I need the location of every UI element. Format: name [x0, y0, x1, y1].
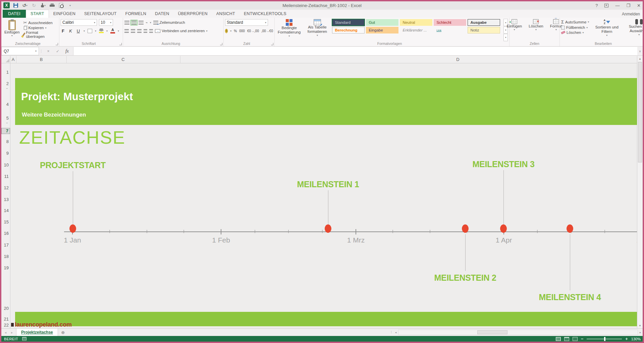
cell-style-standard[interactable]: Standard — [332, 19, 365, 26]
row-header-7[interactable]: 7 — [1, 128, 10, 134]
row-header-15[interactable]: 15 — [4, 219, 9, 225]
row-header-2[interactable]: 2 — [6, 81, 9, 86]
paste-button[interactable]: Einfügen▾ — [3, 19, 21, 39]
milestone-marker[interactable] — [69, 224, 76, 233]
zoom-slider-handle[interactable] — [604, 337, 605, 341]
macro-record-icon[interactable] — [22, 337, 26, 341]
format-as-table-button[interactable]: Als Tabelle formatieren▾ — [305, 19, 329, 41]
cell-style-gut[interactable]: Gut — [366, 19, 398, 26]
row-header-20[interactable]: 20 — [4, 306, 9, 311]
decrease-decimal-button[interactable]: ,00→€0 — [261, 29, 273, 33]
font-dialog-launcher[interactable] — [119, 43, 122, 45]
cell-style-ausgabe[interactable]: Ausgabe — [468, 19, 500, 26]
milestone-marker[interactable] — [500, 224, 507, 233]
row-header-22[interactable]: 22 — [4, 323, 9, 328]
bold-button[interactable]: F — [61, 28, 65, 33]
underline-button[interactable]: U — [76, 28, 81, 33]
scroll-left-icon[interactable]: ◂ — [393, 330, 398, 335]
row-header-9[interactable]: 9 — [6, 151, 9, 156]
formula-input[interactable] — [73, 47, 637, 55]
fill-button[interactable]: ↓Füllbereich ▾ — [561, 25, 589, 29]
borders-button[interactable] — [88, 29, 92, 33]
sheet-tab-active[interactable]: Projektzeitachse — [16, 329, 58, 336]
cancel-entry-icon[interactable]: × — [44, 47, 53, 55]
row-header-1[interactable]: 1 — [6, 70, 9, 75]
row-header-14[interactable]: 14 — [4, 208, 9, 213]
zoom-in-icon[interactable]: + — [625, 336, 628, 341]
new-sheet-icon[interactable]: ⊕ — [58, 329, 68, 336]
alignment-dialog-launcher[interactable] — [220, 43, 222, 45]
accounting-format-icon[interactable]: $ — [225, 29, 228, 33]
align-left-icon[interactable] — [124, 29, 129, 33]
page-layout-view-icon[interactable] — [564, 337, 569, 341]
copy-button[interactable]: Kopieren ▾ — [23, 26, 58, 30]
autosum-button[interactable]: ΣAutoSumme ▾ — [561, 19, 589, 24]
vertical-scroll-thumb[interactable] — [638, 62, 642, 162]
merge-center-button[interactable]: ↔Verbinden und zentrieren ▾ — [155, 29, 208, 33]
font-color-button[interactable]: A — [110, 28, 115, 33]
horizontal-scroll-thumb[interactable] — [477, 330, 507, 334]
scroll-up-icon[interactable]: ▲ — [637, 56, 643, 61]
italic-button[interactable]: K — [68, 28, 73, 33]
cell-style-berechnung[interactable]: Berechnung — [332, 27, 365, 33]
align-middle-icon[interactable] — [131, 21, 137, 24]
format-painter-button[interactable]: Format übertragen — [23, 30, 58, 39]
row-header-19[interactable]: 19 — [4, 265, 9, 271]
milestone-marker[interactable] — [325, 224, 331, 233]
tab-start[interactable]: START — [26, 10, 49, 18]
restore-button[interactable]: ❐ — [626, 3, 630, 8]
row-header-11[interactable]: 11 — [4, 174, 9, 179]
number-dialog-launcher[interactable] — [271, 43, 273, 45]
horizontal-scrollbar[interactable]: ⁞ ◂ ▸ — [390, 330, 643, 335]
close-button[interactable]: ✕ — [637, 3, 641, 8]
sort-filter-button[interactable]: AZ Sortieren und Filtern▾ — [592, 19, 621, 41]
tab-ansicht[interactable]: ANSICHT — [212, 10, 239, 18]
milestone-marker[interactable] — [567, 224, 573, 233]
sheet-canvas[interactable]: Projekt: Musterprojekt Weitere Bezeichnu… — [10, 63, 637, 328]
tab-daten[interactable]: DATEN — [151, 10, 173, 18]
col-header-A[interactable]: A — [12, 57, 15, 62]
fill-color-button[interactable] — [99, 28, 104, 33]
sign-in-link[interactable]: Anmelden — [622, 12, 640, 16]
row-headers[interactable]: 12⌣45⌣78910111213141516171819202122 — [1, 63, 10, 328]
font-size-select[interactable]: 10▾ — [99, 19, 113, 26]
sheet-nav-arrows[interactable]: ◂▸ — [1, 329, 16, 336]
align-center-icon[interactable] — [131, 29, 135, 33]
insert-cells-button[interactable]: Einfügen▾ — [505, 19, 524, 41]
row-header-21[interactable]: 21 — [4, 317, 9, 322]
cell-style-neutral[interactable]: Neutral — [400, 19, 432, 26]
row-header-13[interactable]: 13 — [4, 197, 9, 202]
scroll-down-icon[interactable]: ▼ — [637, 323, 643, 328]
milestone-marker[interactable] — [462, 224, 469, 233]
find-select-button[interactable]: Suchen und Auswählen▾ — [625, 19, 644, 41]
zoom-percent[interactable]: 130% — [631, 337, 641, 341]
row-header-5[interactable]: 5 — [6, 116, 9, 121]
decrease-indent-icon[interactable] — [144, 29, 147, 33]
select-all-corner[interactable] — [1, 56, 10, 63]
number-format-select[interactable]: Standard▾ — [225, 19, 268, 26]
increase-indent-icon[interactable] — [149, 29, 153, 33]
vertical-scrollbar[interactable]: ▲ ▼ — [637, 56, 643, 328]
percent-style-button[interactable]: % — [234, 29, 237, 33]
tab-entwicklertools[interactable]: ENTWICKLERTOOLS — [239, 10, 291, 18]
wrap-text-button[interactable]: Zeilenumbruch — [153, 20, 185, 24]
column-headers[interactable]: ABCD — [10, 56, 637, 63]
col-header-D[interactable]: D — [456, 57, 459, 62]
page-break-view-icon[interactable] — [573, 337, 578, 341]
cell-style-erklaerender[interactable]: Erklärender ... — [400, 27, 432, 33]
ribbon-display-options-button[interactable] — [604, 4, 608, 7]
name-box[interactable]: Q7▾ — [1, 47, 39, 55]
delete-cells-button[interactable]: Löschen▾ — [527, 19, 545, 41]
row-header-18[interactable]: 18 — [4, 254, 9, 259]
zoom-out-icon[interactable]: − — [581, 336, 584, 341]
cell-style-notiz[interactable]: Notiz — [468, 27, 500, 33]
comma-style-button[interactable]: 000 — [239, 29, 245, 33]
clear-button[interactable]: Löschen ▾ — [561, 30, 589, 35]
insert-function-icon[interactable]: fx — [62, 47, 72, 55]
tab-einfügen[interactable]: EINFÜGEN — [49, 10, 80, 18]
scroll-right-icon[interactable]: ▸ — [638, 330, 643, 335]
col-header-C[interactable]: C — [121, 57, 124, 62]
col-header-B[interactable]: B — [40, 57, 43, 62]
normal-view-icon[interactable] — [556, 337, 561, 341]
confirm-entry-icon[interactable]: ✓ — [53, 47, 62, 55]
